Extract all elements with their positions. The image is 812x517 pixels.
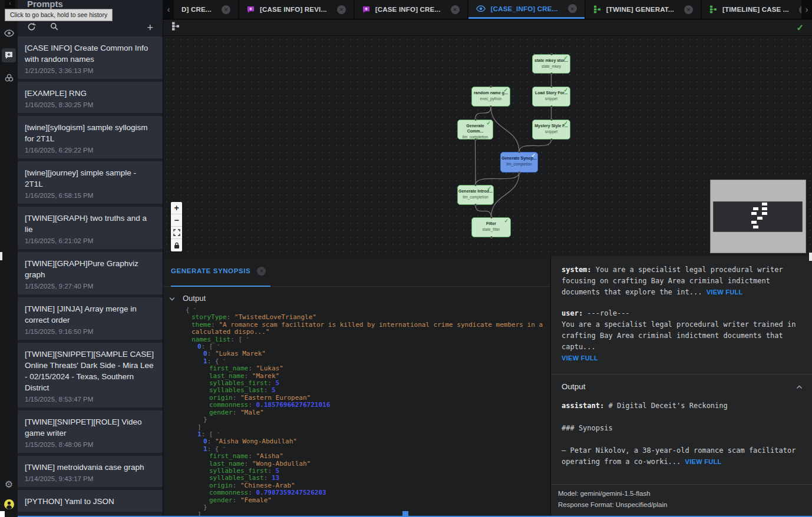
node-handle-bottom[interactable] [550, 72, 553, 75]
prompt-timestamp: 1/15/2025, 8:48:06 PM [25, 441, 156, 448]
graph-node[interactable]: ✓Mystery Style F...snippet [532, 120, 570, 140]
view-full-link[interactable]: VIEW FULL [685, 458, 722, 465]
node-handle-top[interactable] [490, 216, 493, 218]
lock-button[interactable] [171, 239, 182, 251]
close-icon[interactable]: × [257, 267, 266, 276]
back-button-icon[interactable]: ‹ [5, 0, 15, 8]
graph-node[interactable]: ✓Filterstate_filter [471, 217, 511, 237]
json-line: gender: "Male" [163, 409, 550, 416]
chevron-up-icon [796, 382, 803, 391]
node-handle-top[interactable] [474, 184, 477, 186]
list-item[interactable]: [twine][journey] simple sample - 2T1L1/1… [18, 161, 163, 204]
node-handle-bottom[interactable] [490, 236, 493, 238]
node-handle-top[interactable] [518, 151, 520, 153]
list-item[interactable]: [TWINE][GRAPH} two truths and a lie1/16/… [18, 207, 163, 249]
prompts-panel: Prompts + [CASE INFO] Create Common Info… [18, 0, 163, 517]
zoom-in-button[interactable]: + [171, 202, 182, 214]
list-item[interactable]: [TWINE] metroidvania case graph1/14/2025… [18, 456, 163, 487]
view-full-link[interactable]: VIEW FULL [707, 289, 743, 296]
graph-node[interactable]: ✓state mkey stor...state_mkey [532, 54, 570, 74]
close-icon[interactable]: × [684, 5, 693, 14]
graph-node[interactable]: ✓Generate Comm...llm_completion [457, 120, 493, 140]
close-icon[interactable]: × [222, 5, 230, 14]
graph-node[interactable]: ✓Generate Synop...llm_completion [500, 152, 538, 173]
graph-status-check-icon: ✓ [796, 22, 804, 33]
workflow-icon[interactable] [2, 71, 16, 85]
node-handle-top[interactable] [550, 53, 553, 55]
prompt-title: [TWINE] [JINJA] Array merge in correct o… [25, 303, 156, 326]
avatar[interactable] [2, 497, 16, 511]
node-handle-bottom[interactable] [474, 204, 477, 206]
node-sublabel: snippet [533, 130, 570, 134]
tab--twine-generat-[interactable]: [TWINE] GENERAT...× [586, 0, 701, 19]
message-role: system: [562, 266, 592, 274]
tab-d-cre-[interactable]: D] CRE...× [174, 0, 238, 19]
tab--case-info-cre-[interactable]: [CASE_INFO] CRE...× [468, 0, 585, 19]
add-prompt-button[interactable]: + [147, 22, 153, 33]
node-check-icon: ✓ [563, 120, 568, 126]
zoom-out-button[interactable]: − [171, 214, 182, 227]
message-assistant: assistant: # Digital Deceit's Reckoning … [562, 400, 803, 468]
graph-node[interactable]: ✓Generate Introd...llm_completion [457, 185, 494, 205]
graph-node[interactable]: ✓random name g...exec_python [471, 87, 510, 107]
tab-branch-green-icon [709, 5, 717, 14]
prompts-icon[interactable] [2, 48, 16, 62]
scroll-left-icon[interactable]: ‹ [163, 0, 174, 19]
json-line: gender: "Female" [163, 497, 550, 504]
tooltip: Click to go back, hold to see history [5, 9, 113, 21]
tab--timeline-case-[interactable]: [TIMELINE] CASE ...× [702, 0, 801, 19]
list-item[interactable]: [PYTHON] Yaml to JSON [18, 490, 163, 512]
output-label: Output [183, 294, 206, 303]
eye-icon[interactable] [2, 26, 16, 40]
node-handle-top[interactable] [550, 118, 553, 121]
scroll-right-icon[interactable]: › [801, 0, 812, 19]
node-sublabel: snippet [533, 97, 570, 101]
minimap[interactable] [710, 180, 806, 253]
node-handle-top[interactable] [490, 85, 492, 88]
list-item[interactable]: [twine][syllogism] sample syllogism for … [18, 116, 163, 158]
message-system: system: You are a specialist legal proce… [562, 264, 803, 298]
gear-icon[interactable]: ⚙ [2, 477, 16, 491]
node-handle-bottom[interactable] [518, 171, 520, 174]
search-icon[interactable] [50, 22, 58, 33]
node-handle-bottom[interactable] [550, 138, 553, 141]
fit-view-button[interactable] [171, 227, 182, 239]
model-name: Model: gemini/gemini-1.5-flash [558, 488, 805, 499]
bottom-drag-handle[interactable] [402, 511, 408, 516]
close-icon[interactable]: × [568, 4, 577, 13]
close-icon[interactable]: × [451, 5, 460, 14]
tab-label: [CASE INFO] REVI... [260, 6, 327, 13]
node-check-icon: ✓ [563, 55, 568, 61]
prompt-title: [PYTHON] Yaml to JSON [25, 496, 156, 507]
node-handle-bottom[interactable] [550, 105, 553, 108]
list-item[interactable]: [TWINE][GRAPH]Pure Graphviz graph1/15/20… [18, 252, 163, 294]
list-item[interactable]: [EXAMPLE] RNG1/16/2025, 8:30:25 PM [18, 82, 163, 113]
node-handle-top[interactable] [550, 85, 553, 88]
list-item[interactable]: [TWINE][SNIPPET][SAMPLE CASE] Online Thr… [18, 343, 163, 407]
minimap-node [751, 221, 757, 224]
output-section-header[interactable]: Output [169, 294, 206, 303]
right-resize-handle[interactable] [809, 253, 812, 261]
node-handle-bottom[interactable] [474, 138, 477, 141]
graph-node[interactable]: ✓Load Story For...snippet [532, 87, 570, 107]
graph-layout-icon[interactable] [171, 22, 180, 33]
list-item[interactable]: [TWINE] [JINJA] Array merge in correct o… [18, 297, 163, 340]
tab--case-info-cre-[interactable]: [CASE INFO] CRE...× [355, 0, 467, 19]
tab--case-info-revi-[interactable]: [CASE INFO] REVI...× [239, 0, 354, 19]
output-section-header[interactable]: Output [562, 382, 803, 391]
refresh-icon[interactable] [27, 22, 36, 34]
node-handle-bottom[interactable] [490, 105, 492, 108]
tab-generate-synopsis[interactable]: GENERATE SYNOPSIS × [171, 256, 270, 287]
tab-bar: ‹ D] CRE...×[CASE INFO] REVI...×[CASE IN… [163, 0, 812, 19]
list-item[interactable]: [CASE INFO] Create Common Info with rand… [18, 37, 163, 79]
node-handle-top[interactable] [474, 118, 477, 121]
graph-canvas[interactable]: ✓state mkey stor...state_mkey✓random nam… [163, 36, 812, 256]
list-item[interactable]: [TWINE][SNIPPET][ROLE] Video game writer… [18, 410, 163, 453]
tab-label: GENERATE SYNOPSIS [171, 267, 250, 274]
tab-chat-purple-icon [362, 6, 370, 14]
node-check-icon: ✓ [503, 87, 508, 93]
view-full-link[interactable]: VIEW FULL [562, 354, 598, 362]
left-resize-handle[interactable] [0, 252, 2, 260]
json-output-viewer[interactable]: { ˅storyType: "TwistedLoveTriangle"theme… [163, 307, 550, 517]
close-icon[interactable]: × [337, 5, 346, 14]
